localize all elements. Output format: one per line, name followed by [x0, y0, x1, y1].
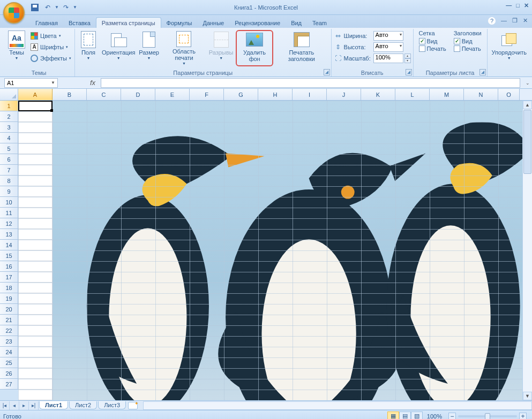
tab-page-layout[interactable]: Разметка страницы [96, 17, 161, 28]
row-header-24[interactable]: 24 [0, 347, 18, 357]
row-header-10[interactable]: 10 [0, 197, 18, 208]
headings-view-checkbox[interactable] [454, 38, 460, 44]
column-header-d[interactable]: D [121, 89, 155, 100]
scroll-thumb[interactable] [523, 110, 531, 174]
sheet-nav-next[interactable]: ▸ [19, 401, 29, 410]
tab-review[interactable]: Рецензирование [229, 18, 286, 28]
sheet-options-launcher[interactable]: ◢ [479, 69, 486, 75]
vertical-scrollbar[interactable]: ▲ ▼ [522, 101, 532, 400]
zoom-slider[interactable] [458, 415, 517, 417]
row-header-5[interactable]: 5 [0, 143, 18, 154]
row-header-12[interactable]: 12 [0, 218, 18, 229]
column-header-i[interactable]: I [293, 89, 327, 100]
row-header-7[interactable]: 7 [0, 165, 18, 176]
minimize-button[interactable]: — [506, 2, 512, 9]
column-header-g[interactable]: G [224, 89, 258, 100]
headings-print-checkbox[interactable] [454, 45, 460, 52]
row-header-23[interactable]: 23 [0, 336, 18, 347]
page-break-view-button[interactable]: ▧ [411, 412, 423, 420]
workbook-minimize-button[interactable]: — [501, 17, 507, 25]
row-header-13[interactable]: 13 [0, 229, 18, 240]
zoom-out-button[interactable]: − [448, 413, 456, 420]
row-header-2[interactable]: 2 [0, 111, 18, 122]
row-header-16[interactable]: 16 [0, 261, 18, 272]
qat-undo-button[interactable]: ↶ [42, 2, 54, 13]
column-header-a[interactable]: A [18, 89, 53, 100]
row-header-15[interactable]: 15 [0, 250, 18, 261]
row-header-19[interactable]: 19 [0, 293, 18, 304]
workbook-restore-button[interactable]: ❐ [512, 17, 518, 25]
fx-icon[interactable]: fx [90, 79, 95, 87]
tab-team[interactable]: Team [307, 18, 332, 28]
column-header-c[interactable]: C [87, 89, 121, 100]
row-header-21[interactable]: 21 [0, 315, 18, 325]
margins-button[interactable]: Поля▼ [77, 30, 100, 66]
themes-button[interactable]: Темы ▼ [5, 30, 28, 66]
arrange-button[interactable]: Упорядочить▼ [490, 30, 529, 66]
row-header-8[interactable]: 8 [0, 176, 18, 186]
size-button[interactable]: Размер▼ [137, 30, 160, 66]
column-header-f[interactable]: F [190, 89, 224, 100]
delete-background-button[interactable]: Удалить фон [236, 30, 273, 66]
column-header-e[interactable]: E [155, 89, 190, 100]
undo-dropdown-icon[interactable]: ▼ [55, 5, 59, 10]
row-header-20[interactable]: 20 [0, 304, 18, 315]
scale-to-fit-launcher[interactable]: ◢ [406, 69, 412, 75]
column-header-h[interactable]: H [258, 89, 293, 100]
column-header-b[interactable]: B [53, 89, 87, 100]
formula-bar-expand-button[interactable]: ⌄ [523, 80, 532, 86]
width-input[interactable]: Авто [373, 31, 403, 41]
qat-customize-icon[interactable]: ▼ [73, 5, 77, 10]
tab-data[interactable]: Данные [197, 18, 229, 28]
normal-view-button[interactable]: ▦ [387, 412, 399, 420]
sheet-tab-3[interactable]: Лист3 [98, 401, 126, 409]
office-button[interactable] [3, 2, 25, 24]
gridlines-print-checkbox[interactable] [419, 45, 425, 52]
column-header-m[interactable]: M [430, 89, 464, 100]
page-layout-view-button[interactable]: ▤ [399, 412, 411, 420]
column-header-k[interactable]: K [361, 89, 395, 100]
qat-save-button[interactable] [29, 2, 41, 13]
qat-redo-button[interactable]: ↷ [60, 2, 72, 13]
sheet-nav-first[interactable]: |◂ [0, 401, 10, 410]
tab-insert[interactable]: Вставка [63, 18, 96, 28]
page-setup-launcher[interactable]: ◢ [324, 69, 330, 75]
row-header-11[interactable]: 11 [0, 208, 18, 218]
row-header-9[interactable]: 9 [0, 186, 18, 197]
tab-view[interactable]: Вид [286, 18, 307, 28]
print-titles-button[interactable]: Печатать заголовки [274, 30, 329, 66]
gridlines-view-checkbox[interactable] [419, 38, 425, 44]
sheet-tab-1[interactable]: Лист1 [39, 401, 68, 409]
row-header-4[interactable]: 4 [0, 133, 18, 143]
row-header-27[interactable]: 27 [0, 379, 18, 390]
new-sheet-button[interactable] [128, 402, 138, 409]
print-area-button[interactable]: Область печати▼ [162, 30, 206, 66]
fonts-button[interactable]: Шрифты▾ [29, 41, 72, 52]
row-header-6[interactable]: 6 [0, 154, 18, 165]
scroll-down-button[interactable]: ▼ [523, 392, 532, 400]
row-header-25[interactable]: 25 [0, 357, 18, 368]
zoom-percent[interactable]: 100% [427, 413, 442, 420]
tab-home[interactable]: Главная [30, 18, 63, 28]
row-header-18[interactable]: 18 [0, 283, 18, 293]
row-header-1[interactable]: 1 [0, 101, 18, 111]
grid[interactable] [18, 101, 532, 400]
close-button[interactable]: ✕ [524, 2, 529, 9]
name-box-dropdown-icon[interactable]: ▼ [51, 80, 55, 85]
select-all-button[interactable] [0, 89, 18, 100]
zoom-in-button[interactable]: + [519, 413, 527, 420]
effects-button[interactable]: Эффекты▾ [29, 52, 72, 64]
scale-down-button[interactable]: ▾ [404, 58, 411, 63]
workbook-close-button[interactable]: ✕ [523, 17, 528, 25]
colors-button[interactable]: Цвета▾ [29, 30, 72, 41]
column-header-j[interactable]: J [327, 89, 361, 100]
sheet-tab-2[interactable]: Лист2 [69, 401, 97, 409]
height-input[interactable]: Авто [373, 42, 403, 52]
column-header-n[interactable]: N [464, 89, 498, 100]
scale-input[interactable]: 100% [373, 54, 403, 63]
formula-input[interactable] [101, 78, 520, 88]
row-header-26[interactable]: 26 [0, 368, 18, 379]
horizontal-scrollbar[interactable] [143, 401, 532, 410]
help-icon[interactable]: ? [488, 17, 496, 25]
row-header-14[interactable]: 14 [0, 240, 18, 250]
